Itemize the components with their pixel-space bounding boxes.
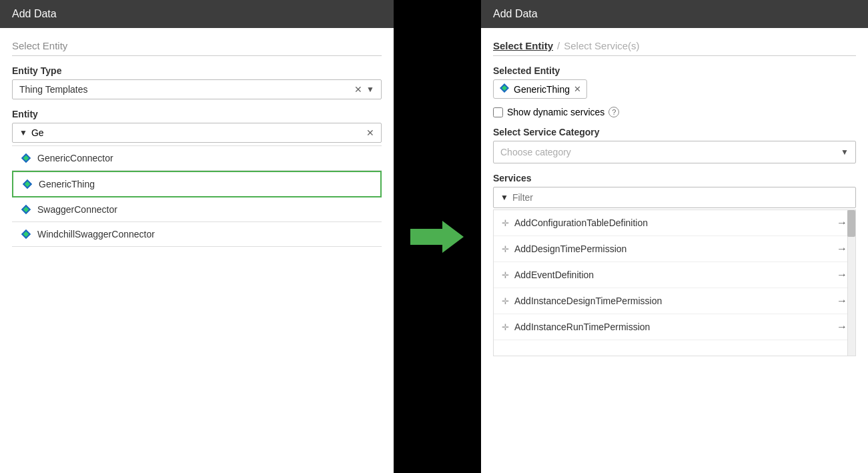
list-item[interactable]: SwaggerConnector [12,197,382,222]
selected-entity-tag-value: GenericThing [514,84,570,95]
list-item-label: WindchillSwaggerConnector [37,229,155,240]
entity-type-value: Thing Templates [19,84,354,95]
show-dynamic-label: Show dynamic services [507,107,604,117]
list-item-selected[interactable]: GenericThing [12,171,382,197]
service-item-left: ✛ AddInstanceRunTimePermission [502,322,650,332]
clear-icon[interactable]: ✕ [354,84,362,95]
drag-icon: ✛ [502,296,509,306]
svg-marker-8 [410,221,464,253]
services-filter-box[interactable]: ▼ [493,187,856,208]
drag-icon: ✛ [502,244,509,254]
category-select[interactable]: Choose category ▼ [493,141,856,163]
windchill-icon [20,228,32,240]
scrollbar-thumb[interactable] [847,210,855,237]
breadcrumb-separator: / [557,40,560,51]
right-panel-header: Add Data [481,0,868,28]
list-item-label: SwaggerConnector [37,204,117,215]
tag-close-icon[interactable]: ✕ [574,84,581,94]
entity-label: Entity [12,109,382,119]
service-item-label: AddConfigurationTableDefinition [514,217,648,228]
service-item[interactable]: ✛ AddConfigurationTableDefinition → [494,210,855,236]
list-item[interactable]: WindchillSwaggerConnector [12,222,382,247]
left-section-title: Select Entity [12,40,382,56]
drag-icon: ✛ [502,270,509,280]
list-item-label: GenericThing [39,179,95,189]
entity-list: GenericConnector GenericThing [12,145,382,247]
service-item-left: ✛ AddInstanceDesignTimePermission [502,296,662,306]
right-panel-body: Select Entity / Select Service(s) Select… [481,28,868,473]
service-arrow-icon[interactable]: → [837,321,847,333]
service-item[interactable]: ✛ AddInstanceRunTimePermission → [494,314,855,340]
services-label: Services [493,173,856,183]
service-item-label: AddInstanceDesignTimePermission [514,296,662,306]
drag-icon: ✛ [502,218,509,228]
service-arrow-icon[interactable]: → [837,269,847,281]
service-item[interactable]: ✛ AddEventDefinition → [494,262,855,288]
entity-type-select[interactable]: Thing Templates ✕ ▼ [12,79,382,99]
arrow-area [394,0,480,473]
selected-entity-tag-icon [499,83,510,95]
list-item-label: GenericConnector [37,153,113,163]
entity-filter-box[interactable]: ▼ ✕ [12,123,382,143]
service-arrow-icon[interactable]: → [837,217,847,229]
breadcrumb-select-entity[interactable]: Select Entity [493,40,553,51]
services-list: ✛ AddConfigurationTableDefinition → ✛ Ad… [493,209,856,356]
service-item-left: ✛ AddEventDefinition [502,270,594,280]
dropdown-arrow-icon[interactable]: ▼ [366,85,374,94]
service-arrow-icon[interactable]: → [837,243,847,255]
selected-entity-tag: GenericThing ✕ [493,79,587,99]
left-panel: Add Data Select Entity Entity Type Thing… [0,0,394,473]
drag-icon: ✛ [502,322,509,332]
select-service-category-label: Select Service Category [493,127,856,137]
service-item-left: ✛ AddConfigurationTableDefinition [502,217,648,228]
list-item[interactable]: GenericConnector [12,145,382,171]
services-filter-input[interactable] [512,192,849,203]
entity-filter-input[interactable] [31,127,366,138]
generic-thing-icon [21,178,33,190]
service-item[interactable]: ✛ AddInstanceDesignTimePermission → [494,288,855,314]
services-filter-icon: ▼ [500,193,508,202]
breadcrumb-select-services[interactable]: Select Service(s) [564,40,639,51]
breadcrumb: Select Entity / Select Service(s) [493,40,856,56]
service-item-label: AddInstanceRunTimePermission [514,322,650,332]
selected-entity-area: GenericThing ✕ [493,79,856,99]
service-item[interactable]: ✛ AddDesignTimePermission → [494,236,855,262]
entity-type-label: Entity Type [12,65,382,76]
filter-icon: ▼ [19,128,27,137]
show-dynamic-row: Show dynamic services ? [493,107,856,117]
show-dynamic-checkbox[interactable] [493,107,503,117]
service-arrow-icon[interactable]: → [837,295,847,307]
connector-icon [20,152,32,164]
scrollbar-track [847,210,855,356]
selected-entity-label: Selected Entity [493,65,856,76]
service-item-left: ✛ AddDesignTimePermission [502,244,626,254]
entity-type-icons: ✕ ▼ [354,84,374,95]
category-chevron-icon: ▼ [841,147,849,157]
category-placeholder: Choose category [500,147,841,157]
swagger-connector-icon [20,203,32,215]
left-panel-body: Select Entity Entity Type Thing Template… [0,28,394,473]
right-panel: Add Data Select Entity / Select Service(… [481,0,868,473]
left-panel-header: Add Data [0,0,394,28]
clear-filter-icon[interactable]: ✕ [366,127,374,138]
help-icon[interactable]: ? [608,107,619,117]
service-item-label: AddDesignTimePermission [514,244,626,254]
service-item-label: AddEventDefinition [514,270,594,280]
forward-arrow-icon [410,217,464,257]
